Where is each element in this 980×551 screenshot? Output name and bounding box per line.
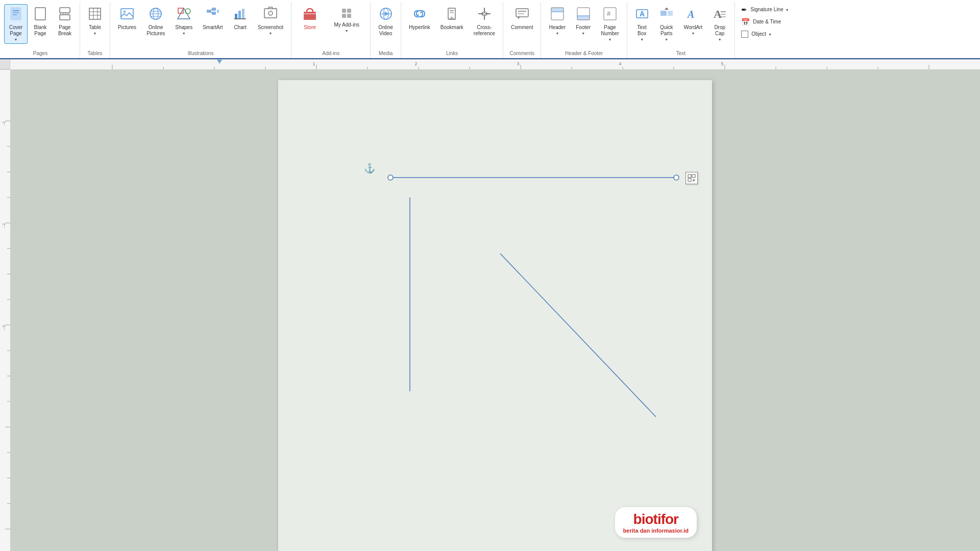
ruler-horizontal: 1 2 3 4 5 [10,60,980,69]
ribbon-content: CoverPage ▼ BlankPage PageBreak Pages [0,0,980,59]
ribbon-group-media-items: OnlineVideo [373,2,399,48]
addins-group-label: Add-ins [291,51,370,56]
header-button[interactable]: Header ▼ [544,4,570,38]
svg-text:1: 1 [312,61,315,66]
hyperlink-label: Hyperlink [409,24,430,31]
ribbon: CoverPage ▼ BlankPage PageBreak Pages [0,0,980,60]
comments-group-label: Comments [503,51,541,56]
svg-point-116 [388,175,393,180]
svg-rect-40 [342,14,346,18]
signature-line-button[interactable]: ✒ Signature Line ▼ [738,4,804,15]
svg-point-22 [185,9,190,14]
svg-text:+: + [275,7,277,10]
page-number-icon: # [603,7,617,23]
ribbon-group-links: Hyperlink Bookmark Cross-reference Links [401,2,503,58]
main-area: –1 –2 –3 ⚓ [0,70,980,551]
wordart-arrow: ▼ [692,32,695,35]
comment-button[interactable]: Comment [506,4,537,33]
svg-line-27 [211,9,212,11]
svg-rect-50 [516,9,528,17]
store-label: Store [304,24,316,31]
drop-cap-arrow: ▼ [718,38,722,41]
blank-page-button[interactable]: BlankPage [29,4,52,39]
svg-rect-4 [35,8,45,20]
footer-arrow: ▼ [581,32,585,35]
smartart-button[interactable]: SmartArt [198,4,227,33]
page-number-label: PageNumber [601,24,619,37]
cross-reference-button[interactable]: Cross-reference [469,4,500,39]
text-box-icon: A [635,7,649,23]
store-button[interactable]: Store [295,4,325,33]
page-break-icon [58,7,72,23]
svg-rect-57 [577,16,590,20]
table-button[interactable]: Table ▼ [83,4,107,38]
page-number-button[interactable]: # PageNumber ▼ [596,4,624,44]
ribbon-group-pages-items: CoverPage ▼ BlankPage PageBreak [3,2,78,53]
watermark-sub-text: berita dan informasi [623,528,677,534]
bookmark-button[interactable]: Bookmark [436,4,468,33]
signature-line-icon: ✒ [741,6,747,13]
svg-rect-31 [242,9,244,19]
svg-rect-63 [660,11,667,16]
svg-rect-94 [0,70,10,551]
svg-rect-29 [235,14,237,19]
online-pictures-button[interactable]: OnlinePictures [142,4,169,39]
svg-text:#: # [607,10,611,17]
document-canvas[interactable]: ⚓ [10,70,980,551]
svg-rect-121 [692,174,695,178]
svg-rect-13 [121,9,133,19]
comment-label: Comment [511,24,533,31]
quick-parts-button[interactable]: QuickParts ▼ [655,4,678,44]
links-group-label: Links [401,51,503,56]
smartart-label: SmartArt [203,24,223,31]
page-break-button[interactable]: PageBreak [53,4,77,39]
blank-page-label: BlankPage [34,24,46,37]
hyperlink-button[interactable]: Hyperlink [404,4,435,33]
media-group-label: Media [371,51,401,56]
shapes-button[interactable]: Shapes ▼ [170,4,197,38]
ribbon-group-tables-items: Table ▼ [82,2,108,47]
pictures-button[interactable]: Pictures [113,4,141,33]
svg-rect-122 [688,179,691,182]
anchor-icon: ⚓ [364,163,375,174]
comment-icon [515,7,529,23]
date-time-icon: 📅 [741,18,750,26]
svg-line-119 [500,254,656,417]
store-icon [303,7,317,23]
svg-rect-36 [304,12,316,20]
chart-label: Chart [234,24,246,31]
online-video-icon [379,7,393,23]
ribbon-group-header-footer: Header ▼ Footer ▼ # PageNumber ▼ [541,2,627,58]
quick-parts-icon [659,7,674,23]
ribbon-group-illustrations-items: Pictures OnlinePictures Shapes ▼ [112,2,289,48]
shapes-label: Shapes [175,24,192,31]
svg-rect-23 [207,10,211,13]
ribbon-group-text: A TextBox ▼ QuickParts ▼ A WordArt [627,2,736,58]
text-box-button[interactable]: A TextBox ▼ [630,4,654,44]
drop-cap-button[interactable]: A DropCap ▼ [708,4,731,44]
screenshot-button[interactable]: + Screenshot ▼ [253,4,288,38]
page-shapes-svg [278,80,712,551]
footer-button[interactable]: Footer ▼ [571,4,595,38]
layout-handle-button[interactable] [685,172,698,184]
svg-rect-70 [10,60,980,69]
svg-text:A: A [640,10,645,18]
chart-button[interactable]: Chart [229,4,252,33]
my-addins-icon [341,7,352,21]
svg-rect-30 [238,11,241,19]
table-icon [88,7,102,23]
cover-page-button[interactable]: CoverPage ▼ [4,4,28,44]
cover-page-label: CoverPage [9,24,23,37]
online-video-button[interactable]: OnlineVideo [374,4,398,39]
svg-text:–2: –2 [2,223,6,228]
svg-point-14 [124,11,126,13]
pictures-icon [120,7,134,23]
svg-rect-39 [347,9,351,13]
date-time-button[interactable]: 📅 Date & Time [738,16,804,28]
svg-rect-41 [347,14,351,18]
wordart-button[interactable]: A WordArt ▼ [679,4,707,38]
bookmark-icon [445,7,459,23]
my-addins-button[interactable]: My Add-ins ▼ [326,4,367,35]
object-button[interactable]: Object ▼ [738,29,804,40]
online-pictures-label: OnlinePictures [146,24,165,37]
